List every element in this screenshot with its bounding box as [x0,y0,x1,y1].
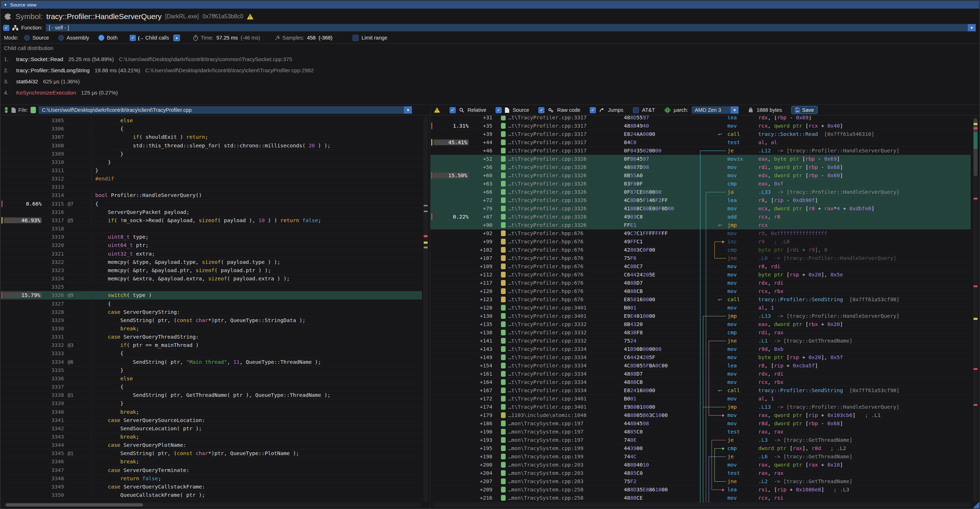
asm-address[interactable]: +143 [468,346,492,352]
source-location[interactable]: …t\TracyProfiler.hpp:676 [508,272,622,277]
asm-row[interactable]: +154…t\TracyProfiler.cpp:33344C8D055FBA0… [431,362,970,370]
source-line[interactable]: 3310 } [1,158,422,166]
source-location[interactable]: …mon\TracySystem.cpp:203 [508,479,622,484]
asm-address[interactable]: +52 [468,156,492,162]
asm-mnemonic[interactable]: jmp [727,404,737,410]
asm-address[interactable]: +72 [468,197,492,203]
source-location-icon[interactable] [501,338,506,344]
source-line[interactable]: 3342 SendSourceLocation( ptr ); [1,425,422,433]
asm-mnemonic[interactable]: mov [727,231,737,236]
line-number[interactable]: 3331 [42,334,64,340]
asm-address[interactable]: +56 [468,164,492,170]
asm-mnemonic[interactable]: mov [727,205,737,212]
source-line[interactable]: 3305 else [1,116,422,125]
asm-mnemonic[interactable]: mov [727,305,737,310]
source-location[interactable]: …t\TracyProfiler.cpp:3401 [508,305,622,310]
line-number[interactable]: 3325 [42,284,64,290]
asm-mnemonic[interactable]: test [727,470,740,476]
source-line[interactable]: 3343 break; [1,433,422,441]
asm-mnemonic[interactable]: cmp [727,181,737,186]
source-location[interactable]: …mon\TracySystem.cpp:203 [508,462,622,468]
asm-row[interactable]: +107…t\TracyProfiler.hpp:67675F6jne.L0 -… [431,254,970,262]
line-number[interactable]: 3321 [42,251,64,257]
asm-address[interactable]: +46 [468,148,492,153]
source-location-icon[interactable] [501,305,506,310]
asm-address[interactable]: +135 [468,321,492,327]
asm-address[interactable]: +179 [468,412,492,418]
line-number[interactable]: 3329 [42,317,64,323]
asm-row[interactable]: +66…t\TracyProfiler.cpp:33260F87CE060000… [431,188,970,196]
asm-address[interactable]: +164 [468,379,492,385]
source-line[interactable]: 3346 break; [1,458,422,466]
line-number[interactable]: 3332 [42,342,64,348]
line-number[interactable]: 3339 [42,401,64,406]
source-line[interactable]: 3314bool Profiler::HandleServerQuery() [1,191,422,199]
asm-row[interactable]: +120…t\TracyProfiler.hpp:676488BCBmovrcx… [431,287,970,296]
asm-address[interactable]: +138 [468,329,492,336]
asm-mnemonic[interactable]: je [727,453,733,460]
att-checkbox[interactable] [633,107,639,113]
line-number[interactable]: 3326 [42,292,64,298]
asm-mnemonic[interactable]: mov [727,173,737,178]
asm-mnemonic[interactable]: call [727,131,740,137]
source-location[interactable]: …t\TracyProfiler.hpp:676 [508,280,622,286]
source-line[interactable]: 3312#endif [1,175,422,183]
asm-mnemonic[interactable]: lea [727,197,737,203]
source-location-icon[interactable] [501,371,506,377]
child-call-name[interactable]: tracy::Profiler::SendLongString [16,67,89,73]
asm-address[interactable]: +141 [468,338,492,344]
source-line[interactable]: 3350 QueueCallstackFrame( ptr ); [1,491,422,499]
source-location-icon[interactable] [501,404,506,410]
asm-row[interactable]: +216…mon\TracySystem.cpp:258488BCEmovrcx… [431,494,970,502]
radio-source[interactable] [24,35,30,41]
collapse-up-button[interactable]: ▲ [173,35,180,41]
source-line[interactable]: 3337 { [1,383,422,391]
source-location[interactable]: …t\TracyProfiler.hpp:676 [508,239,622,245]
asm-address[interactable]: +200 [468,462,492,468]
relative-checkbox[interactable]: ✓ [450,107,456,113]
line-number[interactable]: 3323 [42,267,64,273]
line-number[interactable]: 3327 [42,301,64,307]
source-line[interactable]: 3327 { [1,299,422,308]
source-location-icon[interactable] [501,148,506,153]
chevron-down-icon[interactable]: ▼ [404,107,412,114]
asm-address[interactable]: +195 [468,445,492,451]
asm-address[interactable]: +128 [468,305,492,310]
limit-range-checkbox[interactable] [353,35,359,41]
asm-address[interactable]: +193 [468,437,492,443]
asm-address[interactable]: +186 [468,421,492,426]
source-location[interactable]: …mon\TracySystem.cpp:199 [508,445,622,451]
asm-address[interactable]: +60 [468,173,492,178]
asm-address[interactable]: +92 [468,231,492,236]
asm-address[interactable]: +198 [468,453,492,460]
asm-address[interactable]: +161 [468,371,492,377]
asm-mnemonic[interactable]: mov [727,396,737,401]
asm-address[interactable]: +130 [468,313,492,319]
asm-address[interactable]: +190 [468,429,492,434]
child-call-entry[interactable]: 3.stat64i32625 μs (1.36%) [4,78,976,84]
jumps-label[interactable]: Jumps [608,107,624,113]
asm-mnemonic[interactable]: mov [727,123,737,129]
source-line[interactable]: 3336 else [1,375,422,383]
line-number[interactable]: 3307 [42,134,64,140]
source-line[interactable]: 3332@3 if( ptr == m_mainThread ) [1,341,422,349]
resize-handle[interactable] [973,502,979,508]
source-line[interactable]: 3333 { [1,349,422,358]
line-number[interactable]: 3324 [42,276,64,282]
radio-assembly[interactable] [58,35,64,41]
source-location[interactable]: …mon\TracySystem.cpp:197 [508,437,622,443]
line-number[interactable]: 3315 [42,201,64,207]
source-location-icon[interactable] [501,363,506,369]
source-line[interactable]: 3339 } [1,399,422,408]
source-location[interactable]: …t\TracyProfiler.hpp:676 [508,231,622,236]
source-location-icon[interactable] [501,214,506,220]
source-line[interactable]: 3307 if( shouldExit ) return; [1,133,422,141]
source-location[interactable]: …t\TracyProfiler.cpp:3326 [508,156,622,162]
source-location-icon[interactable] [501,123,506,129]
source-location[interactable]: …t\TracyProfiler.cpp:3317 [508,140,622,145]
asm-address[interactable]: +123 [468,297,492,302]
source-line[interactable]: 3318 [1,225,422,233]
line-number[interactable]: 3328 [42,309,64,315]
source-location-icon[interactable] [501,164,506,170]
source-line[interactable]: 3347 case ServerQueryTerminate: [1,466,422,474]
